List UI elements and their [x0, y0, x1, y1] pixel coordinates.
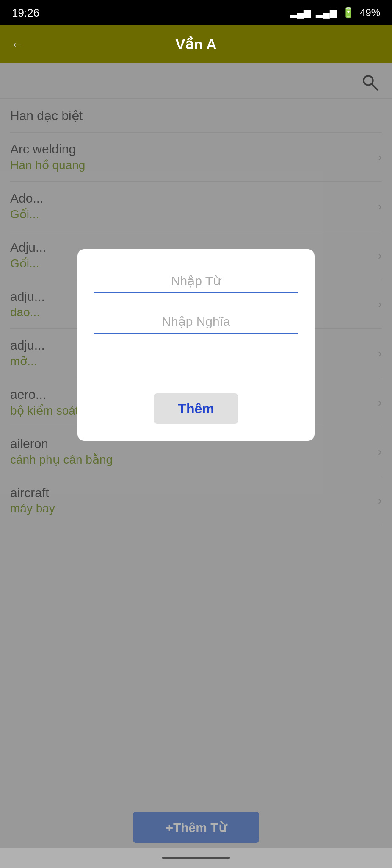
status-bar: 19:26 ▂▄▆ ▂▄▆ 🔋 49% [0, 0, 392, 25]
dialog-inputs [94, 270, 298, 334]
header: ← Vần A [0, 25, 392, 63]
modal-overlay[interactable] [0, 63, 392, 868]
status-right: ▂▄▆ ▂▄▆ 🔋 49% [290, 7, 380, 19]
battery-level: 49% [360, 7, 380, 19]
add-word-dialog: Thêm [77, 249, 315, 441]
main-content: Han dạc biệt Arc welding Hàn hồ quang › … [0, 63, 392, 868]
signal-icon-1: ▂▄▆ [290, 7, 311, 18]
signal-icon-2: ▂▄▆ [316, 7, 337, 18]
them-button[interactable]: Thêm [154, 393, 238, 424]
battery-icon: 🔋 [342, 7, 355, 19]
back-button[interactable]: ← [10, 35, 25, 53]
input-nghia[interactable] [94, 310, 298, 334]
header-title: Vần A [175, 36, 216, 53]
input-tu[interactable] [94, 270, 298, 293]
time-display: 19:26 [12, 6, 39, 19]
